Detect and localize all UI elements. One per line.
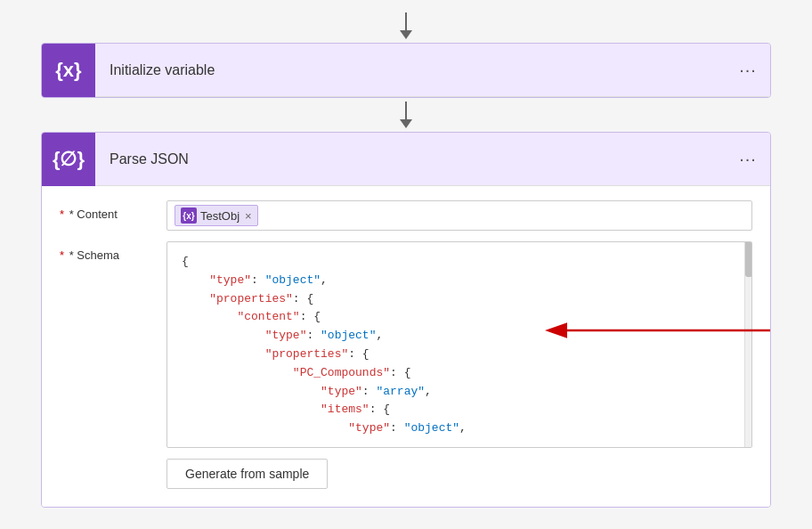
schema-label: * * Schema: [60, 241, 166, 262]
workflow-container: {x} Initialize variable ··· {∅} Parse JS…: [0, 9, 812, 508]
init-card-header: {x} Initialize variable ···: [42, 44, 770, 97]
parse-card-body: * * Content {x} TestObj ×: [42, 186, 770, 507]
init-icon-label: {x}: [55, 59, 81, 82]
generate-row: Generate from sample: [60, 459, 752, 489]
arrow-head-2: [400, 119, 412, 128]
init-card-title: Initialize variable: [95, 62, 726, 78]
schema-field-row: * * Schema { "type": "object", "properti…: [60, 241, 752, 448]
schema-input-wrap: { "type": "object", "properties": { "con…: [166, 241, 752, 448]
testobj-token: {x} TestObj ×: [175, 205, 258, 226]
arrow-line-2: [405, 102, 407, 119]
init-card-icon: {x}: [42, 44, 95, 97]
initialize-variable-card: {x} Initialize variable ···: [41, 43, 771, 98]
token-close-button[interactable]: ×: [245, 209, 252, 223]
content-input-wrap: {x} TestObj ×: [166, 200, 752, 231]
parse-card-header: {∅} Parse JSON ···: [42, 133, 770, 186]
content-label: * * Content: [60, 200, 166, 221]
parse-json-card: {∅} Parse JSON ··· * * Content {x}: [41, 132, 771, 508]
arrow-line: [405, 12, 407, 30]
schema-section: * * Schema { "type": "object", "properti…: [60, 241, 752, 448]
token-name: TestObj: [200, 209, 240, 223]
parse-card-more-button[interactable]: ···: [726, 133, 770, 186]
parse-icon-label: {∅}: [53, 148, 85, 171]
token-icon: {x}: [181, 208, 197, 224]
schema-editor[interactable]: { "type": "object", "properties": { "con…: [166, 241, 752, 448]
content-field-row: * * Content {x} TestObj ×: [60, 200, 752, 231]
parse-card-title: Parse JSON: [95, 151, 726, 167]
middle-arrow-connector: [400, 102, 412, 128]
init-card-more-button[interactable]: ···: [726, 44, 770, 97]
arrow-head: [400, 30, 412, 39]
top-arrow-connector: [400, 12, 412, 39]
schema-required-star: *: [60, 248, 64, 262]
content-required-star: *: [60, 208, 64, 221]
generate-from-sample-button[interactable]: Generate from sample: [166, 459, 328, 489]
parse-card-icon: {∅}: [42, 133, 95, 186]
schema-code-editor[interactable]: { "type": "object", "properties": { "con…: [167, 242, 751, 447]
content-token-input[interactable]: {x} TestObj ×: [166, 200, 752, 231]
